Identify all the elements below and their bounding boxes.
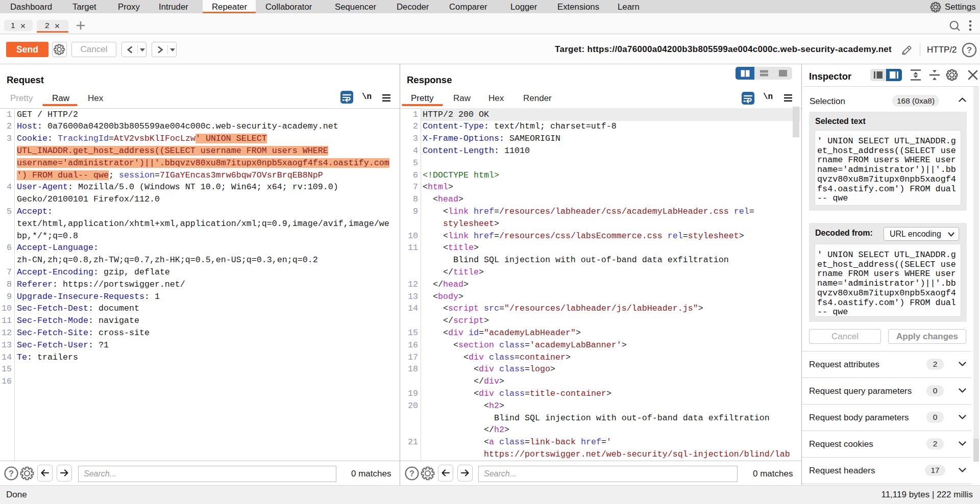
svg-text:?: ? <box>9 469 14 478</box>
svg-text:?: ? <box>409 469 414 478</box>
svg-text:?: ? <box>967 45 972 55</box>
